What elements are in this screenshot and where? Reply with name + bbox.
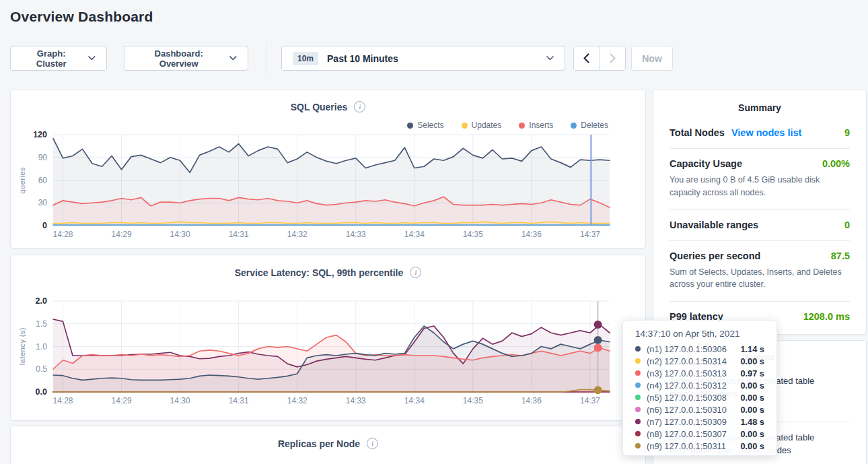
now-button[interactable]: Now — [631, 46, 673, 71]
series-color-dot — [635, 419, 641, 424]
sql-queries-chart-card: SQL Queries i SelectsUpdatesInsertsDelet… — [10, 89, 646, 248]
stat-description: You are using 0 B of 4.5 GiB usable disk… — [670, 174, 850, 199]
tooltip-node-row: (n9) 127.0.0.1:503110.00 s — [635, 440, 764, 452]
chevron-right-icon — [610, 53, 616, 63]
chevron-down-icon — [88, 56, 96, 61]
legend-item[interactable]: Selects — [407, 121, 443, 130]
series-color-dot — [635, 346, 641, 352]
tooltip-node-label: (n5) 127.0.0.1:50308 — [647, 393, 727, 403]
tooltip-node-value: 0.97 s — [740, 368, 764, 378]
stat-label: Capacity Usage — [670, 158, 742, 169]
y-axis-label: latency (s) — [18, 301, 26, 392]
series-color-dot — [635, 383, 641, 388]
x-axis-tick-label: 14:30 — [166, 230, 195, 239]
series-color-dot — [635, 395, 641, 400]
stat-label: Queries per second — [670, 251, 760, 261]
time-back-button[interactable] — [574, 46, 600, 70]
toolbar: Graph: Cluster Dashboard: Overview 10m P… — [0, 46, 868, 71]
tooltip-timestamp: 14:37:10 on Apr 5th, 2021 — [635, 329, 764, 339]
tooltip-node-label: (n2) 127.0.0.1:50314 — [647, 356, 727, 366]
tooltip-node-label: (n6) 127.0.0.1:50310 — [647, 405, 727, 415]
x-axis-tick-label: 14:29 — [107, 396, 137, 405]
summary-stat: Capacity Usage0.00%You are using 0 B of … — [670, 149, 850, 210]
legend-item[interactable]: Deletes — [571, 121, 608, 130]
x-axis-tick-label: 14:30 — [166, 396, 195, 405]
tooltip-node-row: (n3) 127.0.0.1:503130.97 s — [635, 367, 764, 379]
summary-stat-row: Queries per second87.5 — [670, 251, 850, 261]
tooltip-node-row: (n2) 127.0.0.1:503140.00 s — [635, 355, 764, 367]
x-axis-tick-label: 14:31 — [224, 396, 254, 405]
info-icon[interactable]: i — [367, 438, 378, 449]
legend-item[interactable]: Updates — [462, 121, 502, 130]
info-icon[interactable]: i — [354, 101, 365, 112]
x-axis-tick-label: 14:36 — [517, 396, 546, 405]
chevron-left-icon — [583, 53, 589, 63]
time-step-buttons — [573, 46, 626, 71]
tooltip-node-label: (n8) 127.0.0.1:50307 — [647, 429, 727, 439]
hover-value-dot — [594, 386, 602, 394]
tooltip-node-value: 0.00 s — [740, 380, 764, 391]
sql-queries-plot[interactable]: 1209060300queries — [53, 135, 610, 226]
graph-dropdown-label: Graph: Cluster — [22, 48, 81, 69]
toolbar-divider — [266, 43, 266, 73]
legend-label: Inserts — [529, 121, 553, 130]
series-color-dot — [635, 358, 641, 364]
summary-stat: Total NodesView nodes list9 — [670, 118, 850, 149]
sql-queries-legend: SelectsUpdatesInsertsDeletes — [407, 121, 608, 130]
stat-value: 9 — [844, 127, 850, 138]
x-axis-tick-label: 14:33 — [341, 230, 371, 239]
x-axis-tick-label: 14:28 — [48, 396, 78, 405]
service-latency-chart-card: Service Latency: SQL, 99th percentile i … — [10, 255, 646, 421]
page-title: Overview Dashboard — [10, 9, 153, 25]
x-axis-tick-label: 14:28 — [48, 230, 78, 239]
stat-description: Sum of Selects, Updates, Inserts, and De… — [670, 266, 850, 292]
x-axis-tick-label: 14:31 — [224, 230, 254, 239]
x-axis-tick-label: 14:34 — [400, 230, 429, 239]
graph-dropdown[interactable]: Graph: Cluster — [10, 46, 107, 71]
x-axis-tick-label: 14:37 — [575, 396, 605, 405]
sql-queries-chart-title: SQL Queries — [291, 102, 348, 112]
hover-value-dot — [594, 336, 602, 344]
tooltip-node-value: 0.00 s — [740, 405, 764, 415]
chevron-down-icon — [229, 56, 237, 61]
summary-stat-row: Unavailable ranges0 — [670, 220, 850, 230]
info-icon[interactable]: i — [410, 267, 421, 278]
time-range-label: Past 10 Minutes — [327, 53, 398, 64]
chart-canvas[interactable] — [53, 301, 610, 392]
tooltip-node-value: 0.00 s — [740, 441, 764, 451]
time-range-picker[interactable]: 10m Past 10 Minutes — [281, 46, 565, 71]
series-color-dot — [635, 370, 641, 376]
stat-value: 0 — [844, 220, 850, 230]
service-latency-plot[interactable]: 2.01.51.00.50.0latency (s) — [53, 301, 610, 392]
tooltip-node-label: (n4) 127.0.0.1:50312 — [647, 380, 727, 391]
x-axis-tick-label: 14:35 — [458, 396, 488, 405]
time-range-badge: 10m — [293, 52, 318, 65]
legend-label: Selects — [417, 121, 443, 130]
x-axis-tick-label: 14:32 — [283, 396, 312, 405]
tooltip-node-label: (n9) 127.0.0.1:50311 — [647, 441, 726, 451]
x-axis-tick-label: 14:32 — [283, 230, 312, 239]
dashboard-dropdown-label: Dashboard: Overview — [135, 48, 222, 69]
time-forward-button[interactable] — [600, 46, 625, 70]
x-axis-tick-label: 14:34 — [400, 396, 429, 405]
legend-color-dot — [407, 123, 413, 129]
legend-item[interactable]: Inserts — [519, 121, 553, 130]
tooltip-node-label: (n3) 127.0.0.1:50313 — [647, 368, 727, 378]
summary-stat-row: Capacity Usage0.00% — [670, 158, 850, 169]
tooltip-node-row: (n5) 127.0.0.1:503080.00 s — [635, 391, 764, 403]
x-axis-tick-label: 14:33 — [341, 396, 371, 405]
stat-label: Total Nodes — [670, 127, 725, 138]
x-axis-tick-label: 14:29 — [107, 230, 137, 239]
x-axis-tick-label: 14:37 — [575, 230, 605, 239]
view-nodes-link[interactable]: View nodes list — [731, 127, 802, 138]
service-latency-x-axis: 14:2814:2914:3014:3114:3214:3314:3414:35… — [53, 396, 610, 407]
tooltip-node-row: (n8) 127.0.0.1:503070.00 s — [635, 428, 764, 440]
hover-value-dot — [594, 344, 602, 352]
chart-canvas[interactable] — [53, 135, 610, 226]
tooltip-node-value: 0.00 s — [740, 429, 764, 439]
tooltip-node-row: (n1) 127.0.0.1:503061.14 s — [635, 343, 764, 355]
chart-hover-tooltip: 14:37:10 on Apr 5th, 2021 (n1) 127.0.0.1… — [622, 320, 777, 456]
chevron-down-icon — [546, 56, 554, 61]
dashboard-dropdown[interactable]: Dashboard: Overview — [124, 46, 248, 71]
legend-color-dot — [462, 123, 468, 129]
